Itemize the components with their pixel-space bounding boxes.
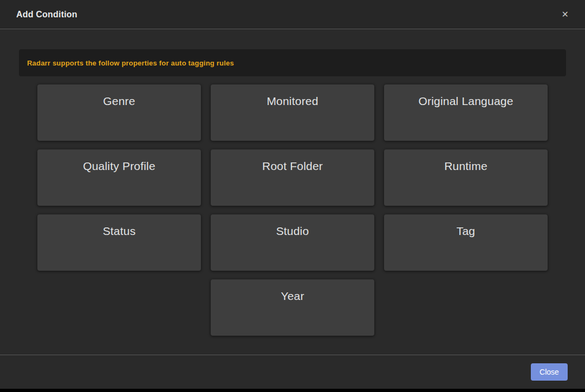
property-card-label: Tag: [384, 225, 548, 238]
property-card-label: Year: [211, 290, 374, 303]
property-card[interactable]: Genre: [37, 84, 201, 141]
property-card[interactable]: Tag: [384, 214, 548, 271]
property-card[interactable]: Year: [211, 279, 374, 336]
property-card[interactable]: Monitored: [211, 84, 374, 141]
property-card[interactable]: Studio: [211, 214, 374, 271]
property-card[interactable]: Original Language: [384, 84, 548, 141]
property-card-grid: Genre Monitored Original Language Qualit…: [19, 84, 566, 336]
property-card-label: Runtime: [384, 160, 548, 173]
property-card-label: Monitored: [211, 95, 374, 108]
property-card-label: Genre: [37, 95, 201, 108]
property-card[interactable]: Root Folder: [211, 149, 374, 206]
page-background: Add Condition ✕ Radarr supports the foll…: [0, 0, 585, 392]
modal-body: Radarr supports the follow properties fo…: [0, 29, 585, 355]
property-card[interactable]: Runtime: [384, 149, 548, 206]
info-banner: Radarr supports the follow properties fo…: [19, 49, 566, 76]
modal-header: Add Condition ✕: [0, 0, 585, 29]
property-card-label: Quality Profile: [37, 160, 201, 173]
close-button[interactable]: Close: [531, 363, 568, 381]
property-card-label: Root Folder: [211, 160, 374, 173]
close-icon[interactable]: ✕: [558, 8, 572, 21]
property-card-label: Studio: [211, 225, 374, 238]
property-card[interactable]: Status: [37, 214, 201, 271]
info-banner-text: Radarr supports the follow properties fo…: [27, 59, 234, 67]
modal-title: Add Condition: [16, 10, 77, 19]
property-card-label: Status: [37, 225, 201, 238]
property-card-label: Original Language: [384, 95, 548, 108]
property-card[interactable]: Quality Profile: [37, 149, 201, 206]
modal-footer: Close: [0, 355, 585, 389]
add-condition-modal: Add Condition ✕ Radarr supports the foll…: [0, 0, 585, 389]
